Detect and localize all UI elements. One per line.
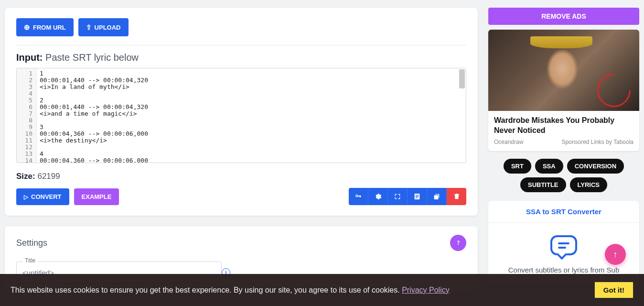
upload-label: UPLOAD <box>95 24 121 31</box>
example-button[interactable]: EXAMPLE <box>74 188 119 205</box>
key-icon <box>354 193 362 200</box>
settings-title: Settings <box>16 238 47 248</box>
scrollbar-thumb[interactable] <box>459 69 465 88</box>
upload-button[interactable]: UPLOAD <box>78 18 129 36</box>
cookie-accept-button[interactable]: Got it! <box>594 282 633 298</box>
upload-icon <box>86 23 92 31</box>
tag-conversion[interactable]: CONVERSION <box>567 159 624 174</box>
title-field-label: Title <box>23 257 37 264</box>
example-label: EXAMPLE <box>82 193 112 200</box>
play-icon <box>24 193 28 200</box>
gear-button[interactable] <box>368 188 388 205</box>
tag-lyrics[interactable]: LYRICS <box>570 177 607 192</box>
cookie-banner: This website uses cookies to ensure you … <box>0 274 644 306</box>
ad-card[interactable]: Wardrobe Mistakes You Probably Never Not… <box>488 30 639 151</box>
tag-ssa[interactable]: SSA <box>535 159 563 174</box>
input-heading: Input: Paste SRT lyric below <box>16 52 466 63</box>
scroll-top-button[interactable]: ↑ <box>605 244 626 265</box>
copy-button[interactable] <box>427 188 447 205</box>
ad-sponsored[interactable]: Sponsored Links by Taboola <box>561 139 633 145</box>
article-icon <box>413 193 421 200</box>
ad-source: Oceandraw <box>494 139 523 145</box>
remove-ads-button[interactable]: REMOVE ADS <box>488 8 639 25</box>
converter-desc: Convert subtitles or lyrics from Sub <box>495 266 633 274</box>
copy-icon <box>433 193 440 200</box>
expand-button[interactable] <box>388 188 408 205</box>
from-url-button[interactable]: FROM URL <box>16 18 74 36</box>
privacy-link[interactable]: Privacy Policy <box>402 286 450 294</box>
delete-button[interactable] <box>447 188 466 205</box>
tag-subtitle[interactable]: SUBTITLE <box>520 177 566 192</box>
size-indicator: Size: 62199 <box>16 172 466 181</box>
cookie-text: This website uses cookies to ensure you … <box>11 286 402 294</box>
settings-help-button[interactable] <box>450 235 466 251</box>
chat-icon <box>550 235 577 258</box>
code-area[interactable]: 100:00:01,440 --> 00:00:04,320<i>In a la… <box>37 68 466 163</box>
converter-title[interactable]: SSA to SRT Converter <box>488 201 639 223</box>
tag-srt[interactable]: SRT <box>504 159 531 174</box>
expand-icon <box>394 193 401 200</box>
key-button[interactable] <box>349 188 368 205</box>
gear-icon <box>374 193 382 200</box>
line-gutter: 1234567891011121314 <box>17 68 37 163</box>
ad-title: Wardrobe Mistakes You Probably Never Not… <box>494 116 633 136</box>
article-button[interactable] <box>408 188 427 205</box>
convert-label: CONVERT <box>31 193 62 200</box>
from-url-label: FROM URL <box>33 24 66 31</box>
tag-list: SRTSSACONVERSIONSUBTITLELYRICS <box>488 159 639 192</box>
editor-toolbar <box>349 188 466 205</box>
trash-icon <box>453 193 461 200</box>
divider <box>16 45 466 45</box>
srt-editor[interactable]: 1234567891011121314 100:00:01,440 --> 00… <box>16 68 466 163</box>
globe-icon <box>24 23 30 32</box>
ad-image <box>488 30 639 111</box>
question-icon <box>454 239 462 247</box>
convert-button[interactable]: CONVERT <box>16 188 69 205</box>
arrow-up-icon: ↑ <box>613 250 618 260</box>
